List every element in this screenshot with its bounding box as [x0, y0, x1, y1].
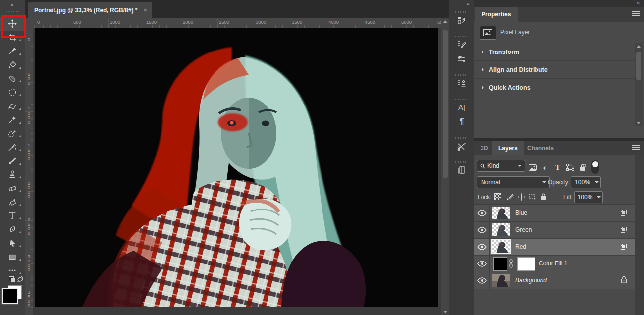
quick-selection-tool[interactable] — [0, 113, 25, 127]
character-panel-icon[interactable]: A| — [449, 100, 474, 114]
type-tool[interactable] — [0, 209, 25, 223]
paragraph-panel-icon[interactable]: ¶ — [449, 114, 474, 129]
blend-row: Normal Opacity: 100% — [474, 174, 635, 189]
layer-row-color-fill[interactable]: Color Fill 1 — [474, 256, 635, 272]
lock-all-icon[interactable] — [539, 192, 548, 201]
layer-row-blue[interactable]: Blue — [474, 205, 635, 222]
opacity-value[interactable]: 100% — [571, 176, 594, 188]
ruler-label: 3000 — [256, 19, 266, 25]
section-transform[interactable]: Transform — [474, 43, 635, 61]
polygonal-lasso-tool[interactable] — [0, 99, 25, 113]
scrollbar-thumb[interactable] — [443, 30, 448, 178]
brush-settings-panel-icon[interactable] — [449, 37, 474, 52]
layer-thumbnail[interactable] — [492, 207, 510, 219]
libraries-panel-icon[interactable] — [449, 163, 474, 177]
color-sampler-tool[interactable] — [0, 140, 25, 154]
scroll-up-icon[interactable] — [443, 20, 447, 23]
document-tab[interactable]: Portrait.jpg @ 33,3% (Red, RGB/8#) * × — [28, 2, 152, 18]
tab-properties[interactable]: Properties — [475, 7, 518, 22]
tab-3d[interactable]: 3D — [475, 141, 494, 155]
scroll-up-icon[interactable] — [637, 45, 641, 48]
ruler-label: 500 — [73, 19, 81, 25]
layer-row-background[interactable]: Background — [474, 272, 635, 289]
section-quick-actions[interactable]: Quick Actions — [474, 78, 635, 97]
chevron-right-icon — [482, 68, 484, 72]
filter-smart-objects-icon[interactable] — [577, 162, 588, 172]
scroll-down-icon[interactable] — [637, 122, 641, 124]
filter-toggle-switch[interactable] — [591, 160, 599, 174]
fill-chevron[interactable] — [595, 191, 603, 203]
eraser-tool[interactable] — [0, 181, 25, 195]
layers-right-gutter — [635, 155, 644, 315]
ruler-label: 2500 — [26, 217, 32, 235]
ruler-label: 4500 — [365, 19, 375, 25]
layer-thumbnail[interactable] — [492, 223, 510, 236]
swap-colors-icon[interactable] — [17, 276, 24, 284]
properties-menu-icon[interactable] — [632, 11, 640, 17]
visibility-eye-icon[interactable] — [477, 227, 487, 233]
ruler-label: 1000 — [110, 19, 120, 25]
panels-collapse-icon[interactable]: « — [467, 1, 470, 7]
layer-thumbnail-selected[interactable] — [492, 240, 510, 253]
document-image[interactable] — [35, 28, 438, 307]
properties-scrollbar[interactable] — [635, 43, 643, 126]
art-history-brush-tool[interactable] — [0, 127, 25, 141]
layers-menu-icon[interactable] — [632, 145, 640, 151]
fill-value[interactable]: 100% — [574, 191, 596, 203]
fill-layer-swatch[interactable] — [493, 257, 507, 271]
brush-tool[interactable] — [0, 154, 25, 168]
photoshop-window: » — [0, 0, 644, 315]
scrollbar-thumb[interactable] — [636, 52, 641, 80]
section-align-distribute[interactable]: Align and Distribute — [474, 60, 635, 79]
lock-image-pixels-icon[interactable] — [505, 192, 514, 201]
foreground-color-swatch[interactable] — [2, 288, 18, 304]
dock-expand-icon[interactable]: » — [637, 0, 640, 6]
kind-filter-dropdown[interactable]: Kind — [477, 160, 525, 172]
layer-row-green[interactable]: Green — [474, 222, 635, 239]
tab-channels[interactable]: Channels — [521, 141, 560, 155]
scroll-down-icon[interactable] — [443, 311, 447, 313]
tab-layers[interactable]: Layers — [492, 141, 524, 155]
blend-mode-dropdown[interactable]: Normal — [477, 176, 550, 188]
ruler-corner — [25, 18, 33, 28]
layer-thumbnail[interactable] — [492, 274, 510, 287]
canvas-vertical-scrollbar[interactable] — [441, 18, 449, 315]
lock-position-icon[interactable] — [517, 192, 526, 201]
lock-artboard-icon[interactable] — [528, 192, 537, 201]
clone-source-panel-icon[interactable] — [449, 76, 474, 90]
brushes-panel-icon[interactable] — [449, 52, 474, 66]
filter-pixel-layers-icon[interactable] — [527, 162, 538, 172]
tool-presets-panel-icon[interactable] — [449, 139, 474, 153]
history-panel-icon[interactable] — [449, 13, 474, 27]
layer-lock-icon[interactable] — [621, 276, 627, 283]
layer-name: Background — [515, 277, 547, 284]
filter-type-layers-icon[interactable]: T — [552, 162, 563, 172]
lock-transparent-pixels-icon[interactable] — [493, 192, 502, 201]
tab-close-icon[interactable]: × — [143, 6, 147, 14]
eyedropper-tool[interactable] — [0, 44, 25, 58]
visibility-eye-icon[interactable] — [477, 261, 487, 267]
paint-bucket-tool[interactable] — [0, 58, 25, 72]
rectangle-tool[interactable] — [0, 250, 25, 264]
layer-row-red[interactable]: Red — [474, 239, 635, 256]
visibility-eye-icon[interactable] — [477, 277, 487, 284]
mask-link-icon[interactable] — [509, 259, 513, 269]
document-tab-bar: Portrait.jpg @ 33,3% (Red, RGB/8#) * × — [25, 0, 449, 18]
layer-name: Red — [515, 243, 526, 250]
healing-brush-tool[interactable] — [0, 72, 25, 86]
filter-adjustment-layers-icon[interactable]: ◐ — [540, 162, 551, 172]
clone-stamp-tool[interactable] — [0, 168, 25, 182]
layer-mask-thumbnail[interactable] — [517, 257, 535, 271]
layer-badge-icon — [619, 225, 628, 234]
gradient-tool[interactable] — [0, 195, 25, 209]
toolbar-collapse-icon[interactable]: » — [0, 2, 25, 8]
visibility-eye-icon[interactable] — [477, 210, 487, 216]
visibility-eye-icon[interactable] — [477, 244, 487, 250]
pen-tool[interactable] — [0, 222, 25, 236]
filter-shape-layers-icon[interactable] — [565, 162, 576, 172]
opacity-chevron[interactable] — [593, 176, 601, 188]
path-select-tool[interactable] — [0, 236, 25, 250]
default-colors-icon[interactable] — [9, 276, 16, 282]
toolbar-grip[interactable] — [6, 11, 19, 12]
elliptical-marquee-tool[interactable] — [0, 85, 25, 99]
